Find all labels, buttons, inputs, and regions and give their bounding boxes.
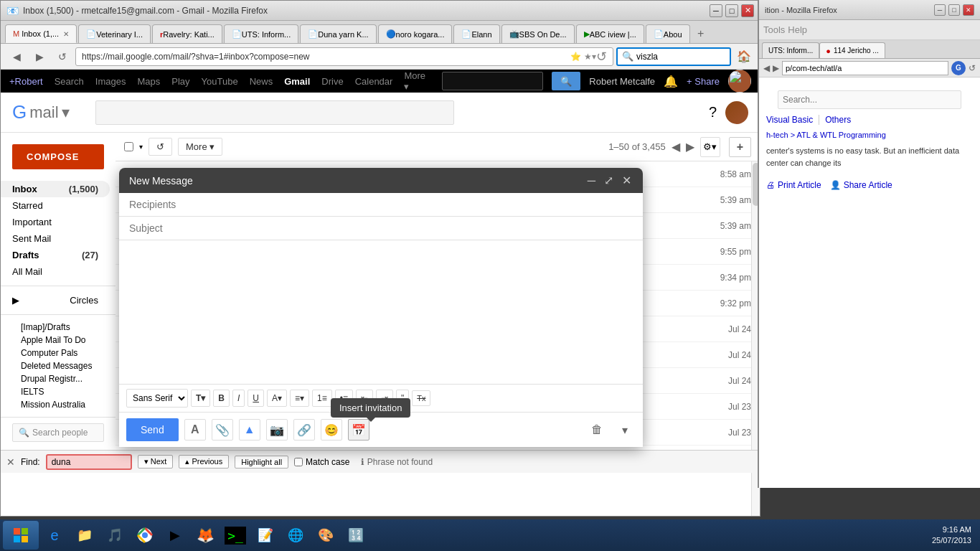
tab-abc[interactable]: ▶ ABC iview |... [576, 24, 644, 43]
second-refresh-button[interactable]: ↺ [969, 63, 976, 73]
gmail-search-input[interactable] [103, 107, 446, 118]
second-address-display[interactable]: p/com-tech/atl/a [782, 61, 948, 75]
select-dropdown[interactable]: ▾ [139, 143, 143, 151]
taskbar-program5-icon[interactable]: ▶ [161, 522, 189, 548]
google-youtube-link[interactable]: YouTube [202, 76, 238, 87]
compose-minimize-button[interactable]: ─ [586, 174, 597, 187]
second-close-button[interactable]: ✕ [963, 4, 974, 16]
italic-button[interactable]: I [232, 390, 245, 407]
delete-button[interactable]: 🗑 [585, 420, 608, 439]
sidebar-item-sent[interactable]: Sent Mail [1, 230, 110, 247]
forward-button[interactable]: ▶ [29, 48, 50, 65]
sidebar-item-important[interactable]: Important [1, 214, 110, 230]
remove-format-button[interactable]: Tx [412, 390, 430, 406]
minimize-button[interactable]: ─ [710, 4, 722, 17]
address-bar[interactable]: https://mail.google.com/mail/?shva=1#inb… [75, 47, 613, 66]
second-search-input[interactable] [783, 95, 956, 105]
highlight-all-button[interactable]: Highlight all [235, 456, 288, 468]
second-minimize-button[interactable]: ─ [934, 4, 946, 16]
tab-sbs[interactable]: 📺 SBS On De... [501, 24, 575, 43]
compose-recipients-field[interactable] [119, 193, 643, 217]
google-calendar-link[interactable]: Calendar [355, 76, 393, 87]
sidebar-item-inbox[interactable]: Inbox (1,500) [1, 181, 110, 197]
taskbar-terminal-icon[interactable]: >_ [221, 522, 250, 548]
google-play-link[interactable]: Play [171, 76, 189, 87]
home-button[interactable]: 🏠 [734, 48, 754, 65]
close-button[interactable]: ✕ [741, 4, 754, 17]
google-plus-user[interactable]: +Robert [9, 76, 43, 87]
taskbar-globe-icon[interactable]: 🌐 [281, 522, 310, 548]
font-size-button[interactable]: T▾ [191, 390, 210, 407]
taskbar-explorer-icon[interactable]: 📁 [70, 522, 99, 548]
second-maximize-button[interactable]: □ [948, 4, 960, 16]
find-next-button[interactable]: ▾ Next [138, 455, 174, 468]
user-avatar[interactable] [728, 70, 751, 93]
sidebar-item-starred[interactable]: Starred [1, 197, 110, 214]
find-previous-button[interactable]: ▴ Previous [179, 455, 229, 468]
ordered-list-button[interactable]: 1≡ [312, 390, 332, 407]
browser-search-bar[interactable]: 🔍 [616, 47, 731, 66]
second-tab-uts[interactable]: UTS: Inform... [762, 42, 819, 58]
google-more-link[interactable]: More ▾ [404, 70, 430, 92]
more-button[interactable]: More ▾ [178, 138, 222, 156]
find-bar-close[interactable]: ✕ [6, 456, 15, 468]
select-all-checkbox[interactable] [124, 142, 133, 151]
gmail-dropdown-arrow[interactable]: ▾ [62, 103, 70, 122]
send-button[interactable]: Send [126, 418, 179, 441]
help-icon[interactable]: ? [709, 104, 717, 121]
taskbar-ie-icon[interactable]: e [40, 522, 69, 548]
attach-file-button[interactable]: 📎 [212, 419, 233, 441]
underline-button[interactable]: U [248, 390, 264, 407]
second-tools-menu[interactable]: Tools [763, 24, 785, 35]
tab-gmail[interactable]: M Inbox (1,... ✕ [5, 24, 77, 43]
tab-uts[interactable]: 📄 UTS: Inform... [224, 24, 298, 43]
others-link[interactable]: Others [825, 115, 851, 125]
find-input[interactable] [46, 454, 132, 470]
compose-close-button[interactable]: ✕ [621, 174, 633, 187]
second-forward-button[interactable]: ▶ [773, 63, 779, 73]
taskbar-paint-icon[interactable]: 🎨 [311, 522, 340, 548]
tab-noro[interactable]: 🔵 noro kogara... [378, 24, 453, 43]
google-gmail-link[interactable]: Gmail [284, 76, 310, 87]
text-format-icon-button[interactable]: A [184, 419, 206, 441]
google-search-link[interactable]: Search [55, 76, 84, 87]
google-news-link[interactable]: News [250, 76, 273, 87]
refresh-button[interactable]: ↺ [52, 48, 72, 65]
taskbar-chrome-icon[interactable] [131, 522, 159, 548]
share-article-link[interactable]: 👤 Share Article [830, 180, 892, 190]
gmail-search-bar[interactable] [95, 100, 454, 125]
maximize-button[interactable]: □ [725, 4, 738, 17]
second-tab-114[interactable]: ● 114 Jericho ... [819, 42, 885, 58]
compose-recipients-input[interactable] [129, 199, 633, 210]
sidebar-item-deleted[interactable]: Deleted Messages [1, 359, 116, 372]
tab-close-gmail[interactable]: ✕ [63, 30, 69, 38]
taskbar-notepad-icon[interactable]: 📝 [251, 522, 280, 548]
header-avatar[interactable] [725, 101, 748, 124]
google-drive-link[interactable]: Drive [321, 76, 343, 87]
search-people-input[interactable]: 🔍 Search people [12, 423, 104, 442]
sidebar-item-applemail[interactable]: Apple Mail To Do [1, 334, 116, 347]
match-case-checkbox[interactable] [294, 458, 303, 466]
font-family-select[interactable]: Sans Serif [126, 389, 188, 408]
google-search-submit[interactable]: 🔍 [552, 72, 580, 90]
notification-bell[interactable]: 🔔 [664, 75, 678, 88]
tab-about[interactable]: 📄 Abou [646, 24, 690, 43]
sidebar-item-ielts[interactable]: IELTS [1, 385, 116, 398]
visual-basic-link[interactable]: Visual Basic [766, 115, 819, 125]
google-images-link[interactable]: Images [95, 76, 126, 87]
settings-button[interactable]: ⚙ ▾ [700, 137, 720, 157]
text-color-button[interactable]: A▾ [267, 390, 287, 407]
sidebar-item-drupal[interactable]: Drupal Registr... [1, 372, 116, 385]
insert-link-button[interactable]: 🔗 [293, 419, 315, 441]
compose-subject-field[interactable] [119, 217, 643, 240]
compose-fullscreen-button[interactable]: ⤢ [603, 174, 615, 187]
tab-vet[interactable]: 📄 Veterinary I... [78, 24, 151, 43]
second-help-menu[interactable]: Help [788, 24, 807, 35]
second-back-button[interactable]: ◀ [763, 63, 770, 73]
new-email-button[interactable]: + [729, 137, 751, 157]
insert-emoji-button[interactable]: 😊 [321, 419, 342, 441]
google-search-box[interactable] [442, 72, 543, 90]
insert-photo-button[interactable]: 📷 [266, 419, 288, 441]
tab-duna[interactable]: 📄 Duna yarn K... [300, 24, 376, 43]
google-maps-link[interactable]: Maps [137, 76, 160, 87]
